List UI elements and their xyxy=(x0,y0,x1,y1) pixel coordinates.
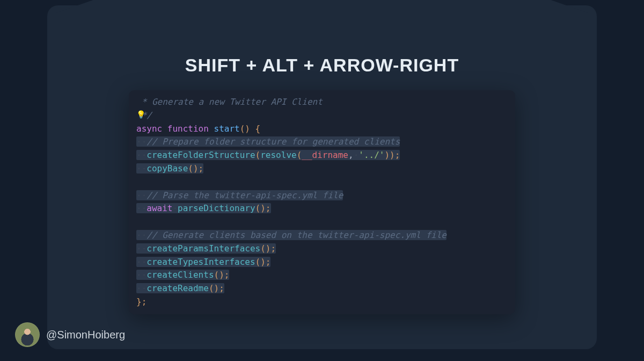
inline-comment: // Prepare folder structure for generate… xyxy=(147,136,400,147)
code-editor: * Generate a new Twitter API Client 💡 */… xyxy=(129,90,515,314)
code-line: ··createTypesInterfaces(); xyxy=(136,256,508,269)
code-line: * Generate a new Twitter API Client xyxy=(136,96,508,109)
lightbulb-icon[interactable]: 💡 xyxy=(136,109,145,121)
selection: ··createTypesInterfaces(); xyxy=(136,257,270,267)
selection: ··copyBase(); xyxy=(136,163,203,174)
inline-comment: // Parse the twitter-api-spec.yml file xyxy=(147,190,343,200)
code-line: ··// Generate clients based on the twitt… xyxy=(136,229,508,242)
code-line: ··createReadme(); xyxy=(136,282,508,295)
avatar xyxy=(15,322,40,347)
code-line: 💡 */ xyxy=(136,109,508,122)
code-line: ··await·parseDictionary(); xyxy=(136,202,508,215)
author-badge: @SimonHoiberg xyxy=(15,322,125,347)
selection: ··createReadme(); xyxy=(136,283,224,293)
code-line xyxy=(136,176,508,189)
code-line xyxy=(136,215,508,229)
selection: ··// Parse the twitter-api-spec.yml file xyxy=(136,190,343,200)
brace: { xyxy=(250,124,260,134)
card-panel: Shift + Alt + Arrow-Right * Generate a n… xyxy=(47,5,597,349)
author-handle: @SimonHoiberg xyxy=(46,329,125,341)
code-line: ··copyBase(); xyxy=(136,162,508,176)
keyword-function: function xyxy=(167,124,209,134)
call-expr: createReadme xyxy=(147,283,209,293)
call-expr: parseDictionary xyxy=(178,203,255,213)
paren: () xyxy=(240,124,250,134)
jsdoc-comment: * Generate a new Twitter API Client xyxy=(136,97,323,107)
code-line: }; xyxy=(136,295,508,309)
call-expr: createParamsInterfaces xyxy=(147,243,260,254)
code-line: ··createFolderStructure(resolve(__dirnam… xyxy=(136,149,508,162)
selection: ··// Prepare folder structure for genera… xyxy=(136,136,400,147)
code-line: async function start() { xyxy=(136,122,508,136)
panel-roof xyxy=(47,0,597,16)
selection: ··createFolderStructure(resolve(__dirnam… xyxy=(136,150,400,160)
code-line: ··createParamsInterfaces(); xyxy=(136,242,508,256)
shortcut-title: Shift + Alt + Arrow-Right xyxy=(47,55,597,76)
call-expr: createClients xyxy=(147,270,214,280)
keyword-async: async xyxy=(136,124,162,134)
close-brace: }; xyxy=(136,297,147,307)
call-expr: createFolderStructure xyxy=(147,150,255,160)
call-expr: copyBase xyxy=(147,163,188,174)
code-line: ··createClients(); xyxy=(136,269,508,282)
string-literal: '../' xyxy=(358,150,384,160)
code-line: ··// Parse the twitter-api-spec.yml file xyxy=(136,189,508,203)
selection: ··createParamsInterfaces(); xyxy=(136,243,276,254)
selection: ··createClients(); xyxy=(136,270,229,280)
call-expr: createTypesInterfaces xyxy=(147,257,255,267)
variable: __dirname xyxy=(302,150,348,160)
selection: ··await·parseDictionary(); xyxy=(136,203,271,213)
inline-comment: // Generate clients based on the twitter… xyxy=(147,230,447,240)
selection: ··// Generate clients based on the twitt… xyxy=(136,230,447,240)
function-name: start xyxy=(214,124,240,134)
code-line: ··// Prepare folder structure for genera… xyxy=(136,135,508,149)
keyword-await: await xyxy=(147,203,172,213)
